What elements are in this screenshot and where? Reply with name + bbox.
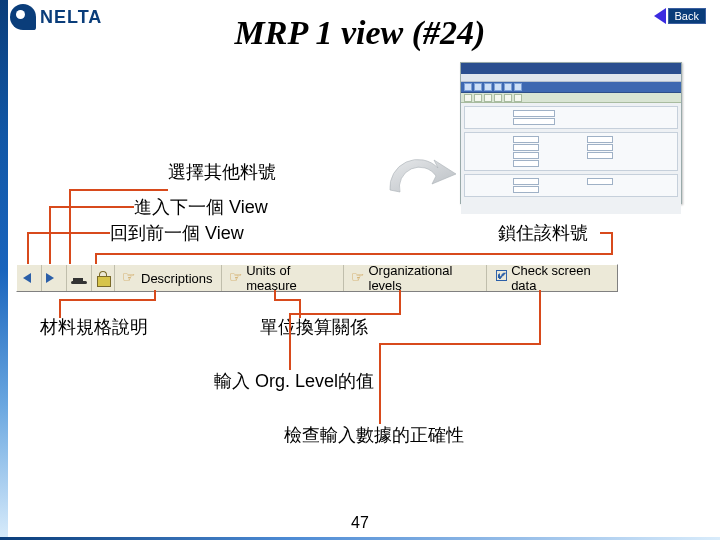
- arrow-right-icon: [46, 270, 62, 286]
- back-arrow-icon: [654, 8, 666, 24]
- sap-subtoolbar-icon: [474, 94, 482, 102]
- descriptions-label: Descriptions: [141, 271, 213, 286]
- hand-icon: [230, 271, 243, 285]
- left-gradient-strip: [0, 0, 8, 540]
- lock-icon: [97, 271, 109, 285]
- annotation-unit-relation: 單位換算關係: [260, 316, 368, 339]
- sap-toolbar-icon: [494, 83, 502, 91]
- slide-number: 47: [0, 514, 720, 532]
- sap-toolbar-icon: [484, 83, 492, 91]
- sap-window-title: [461, 63, 681, 74]
- sap-body: [461, 103, 681, 214]
- org-levels-label: Organizational levels: [369, 263, 478, 293]
- sap-app-toolbar: [461, 82, 681, 93]
- arrow-left-icon: [21, 270, 37, 286]
- sap-subtoolbar-icon: [464, 94, 472, 102]
- curved-arrow-icon: [378, 150, 458, 210]
- org-levels-button[interactable]: Organizational levels: [344, 265, 487, 291]
- sap-sub-toolbar: [461, 93, 681, 103]
- prev-view-button[interactable]: [17, 265, 42, 291]
- annotation-org-level-input: 輸入 Org. Level的值: [214, 370, 394, 393]
- annotation-next-view: 進入下一個 View: [134, 196, 268, 219]
- sap-subtoolbar-icon: [504, 94, 512, 102]
- hat-icon: [71, 271, 87, 285]
- sap-panel: [464, 132, 678, 171]
- sap-toolbar-buttons: Descriptions Units of measure Organizati…: [16, 264, 618, 292]
- page-title: MRP 1 view (#24): [0, 14, 720, 52]
- descriptions-button[interactable]: Descriptions: [115, 265, 222, 291]
- sap-subtoolbar-icon: [494, 94, 502, 102]
- check-data-label: Check screen data: [511, 263, 609, 293]
- next-view-button[interactable]: [42, 265, 67, 291]
- lock-material-button[interactable]: [92, 265, 115, 291]
- annotation-select-other-material: 選擇其他料號: [168, 161, 308, 184]
- sap-subtoolbar-icon: [484, 94, 492, 102]
- sap-screenshot: [460, 62, 682, 204]
- slide: NELTA MRP 1 view (#24) Back: [0, 0, 720, 540]
- back-label: Back: [668, 8, 706, 24]
- sap-toolbar-icon: [514, 83, 522, 91]
- sap-toolbar-icon: [474, 83, 482, 91]
- sap-panel: [464, 106, 678, 129]
- units-button[interactable]: Units of measure: [222, 265, 344, 291]
- hand-icon: [352, 271, 365, 285]
- annotation-lock-material: 鎖住該料號: [498, 222, 588, 245]
- hand-icon: [123, 271, 137, 285]
- annotation-check-input: 檢查輸入數據的正確性: [284, 424, 504, 447]
- sap-toolbar-icon: [504, 83, 512, 91]
- check-data-button[interactable]: Check screen data: [487, 265, 618, 291]
- sap-panel: [464, 174, 678, 197]
- sap-menu-bar: [461, 74, 681, 82]
- sap-subtoolbar-icon: [514, 94, 522, 102]
- back-button[interactable]: Back: [654, 8, 706, 24]
- select-material-button[interactable]: [67, 265, 92, 291]
- units-label: Units of measure: [246, 263, 335, 293]
- check-icon: [495, 271, 508, 285]
- sap-toolbar-icon: [464, 83, 472, 91]
- annotation-material-spec: 材料規格說明: [40, 316, 160, 339]
- annotation-prev-view: 回到前一個 View: [110, 222, 244, 245]
